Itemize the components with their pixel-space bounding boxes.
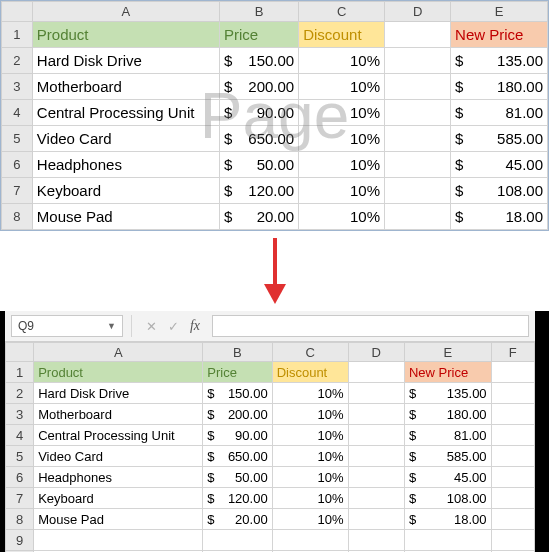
row-header[interactable]: 1 (2, 22, 33, 48)
cell-empty[interactable] (491, 509, 534, 530)
col-header-F[interactable]: F (491, 343, 534, 362)
name-box[interactable]: Q9 ▼ (11, 315, 123, 337)
cell-empty[interactable] (348, 446, 404, 467)
cell-empty[interactable] (491, 404, 534, 425)
cell-empty[interactable] (385, 152, 451, 178)
cell-product[interactable]: Video Card (34, 446, 203, 467)
row-header[interactable]: 7 (6, 488, 34, 509)
col-header-B[interactable]: B (203, 343, 272, 362)
cell-newprice[interactable]: $81.00 (451, 100, 548, 126)
cell-newprice[interactable]: $45.00 (404, 467, 491, 488)
cell-product[interactable]: Keyboard (32, 178, 219, 204)
cell-empty[interactable] (491, 467, 534, 488)
cell-empty[interactable] (385, 126, 451, 152)
cell-empty[interactable] (348, 404, 404, 425)
header-price[interactable]: Price (219, 22, 298, 48)
cell-empty[interactable] (491, 488, 534, 509)
cell-price[interactable]: $650.00 (203, 446, 272, 467)
cell-newprice[interactable]: $585.00 (404, 446, 491, 467)
cell-newprice[interactable]: $180.00 (451, 74, 548, 100)
table-row[interactable]: 2Hard Disk Drive$150.0010%$135.00 (6, 383, 535, 404)
cell-price[interactable]: $90.00 (203, 425, 272, 446)
table-row[interactable]: 1ProductPriceDiscountNew Price (6, 362, 535, 383)
row-header[interactable]: 4 (6, 425, 34, 446)
spreadsheet-bottom[interactable]: A B C D E F 1ProductPriceDiscountNew Pri… (5, 342, 535, 552)
cell-empty[interactable] (348, 509, 404, 530)
row-header[interactable]: 7 (2, 178, 33, 204)
cell-empty[interactable] (348, 530, 404, 551)
table-row[interactable]: 7Keyboard$120.0010%$108.00 (6, 488, 535, 509)
cell-discount[interactable]: 10% (272, 488, 348, 509)
cell-price[interactable]: $120.00 (203, 488, 272, 509)
table-row[interactable]: 8Mouse Pad$20.0010%$18.00 (6, 509, 535, 530)
cell-price[interactable]: $200.00 (203, 404, 272, 425)
cell-price[interactable]: $20.00 (203, 509, 272, 530)
cell-empty[interactable] (348, 362, 404, 383)
cell-discount[interactable]: 10% (272, 509, 348, 530)
cell-empty[interactable] (348, 488, 404, 509)
cell-newprice[interactable]: $135.00 (404, 383, 491, 404)
cell-product[interactable]: Headphones (32, 152, 219, 178)
col-header-D[interactable]: D (385, 2, 451, 22)
select-all-corner[interactable] (6, 343, 34, 362)
table-row[interactable]: 5Video Card$650.0010%$585.00 (6, 446, 535, 467)
cell-newprice[interactable]: $180.00 (404, 404, 491, 425)
cell-product[interactable]: Hard Disk Drive (34, 383, 203, 404)
row-header[interactable]: 4 (2, 100, 33, 126)
cell-empty[interactable] (203, 530, 272, 551)
cell-empty[interactable] (385, 74, 451, 100)
header-newprice[interactable]: New Price (451, 22, 548, 48)
cell-product[interactable]: Video Card (32, 126, 219, 152)
col-header-C[interactable]: C (299, 2, 385, 22)
cell-empty[interactable] (385, 48, 451, 74)
col-header-A[interactable]: A (34, 343, 203, 362)
table-row[interactable]: 1ProductPriceDiscountNew Price (2, 22, 548, 48)
cancel-icon[interactable]: ✕ (140, 315, 162, 337)
col-header-A[interactable]: A (32, 2, 219, 22)
cell-empty[interactable] (385, 178, 451, 204)
cell-empty[interactable] (404, 530, 491, 551)
cell-discount[interactable]: 10% (299, 100, 385, 126)
cell-product[interactable]: Motherboard (34, 404, 203, 425)
select-all-corner[interactable] (2, 2, 33, 22)
table-row[interactable]: 4Central Processing Unit$90.0010%$81.00 (6, 425, 535, 446)
header-product[interactable]: Product (34, 362, 203, 383)
col-header-D[interactable]: D (348, 343, 404, 362)
cell-newprice[interactable]: $108.00 (404, 488, 491, 509)
cell-discount[interactable]: 10% (272, 404, 348, 425)
enter-icon[interactable]: ✓ (162, 315, 184, 337)
row-header[interactable]: 5 (2, 126, 33, 152)
cell-empty[interactable] (491, 446, 534, 467)
formula-input[interactable] (212, 315, 529, 337)
col-header-C[interactable]: C (272, 343, 348, 362)
col-header-B[interactable]: B (219, 2, 298, 22)
column-header-row[interactable]: A B C D E (2, 2, 548, 22)
row-header[interactable]: 8 (2, 204, 33, 230)
row-header[interactable]: 1 (6, 362, 34, 383)
cell-newprice[interactable]: $18.00 (404, 509, 491, 530)
table-row[interactable]: 4Central Processing Unit$90.0010%$81.00 (2, 100, 548, 126)
cell-product[interactable]: Hard Disk Drive (32, 48, 219, 74)
header-price[interactable]: Price (203, 362, 272, 383)
spreadsheet-top[interactable]: A B C D E 1ProductPriceDiscountNew Price… (1, 1, 548, 230)
cell-empty[interactable] (348, 467, 404, 488)
cell-empty[interactable] (385, 22, 451, 48)
header-discount[interactable]: Discount (272, 362, 348, 383)
cell-discount[interactable]: 10% (272, 467, 348, 488)
cell-discount[interactable]: 10% (299, 178, 385, 204)
row-header[interactable]: 2 (2, 48, 33, 74)
cell-price[interactable]: $120.00 (219, 178, 298, 204)
header-product[interactable]: Product (32, 22, 219, 48)
cell-discount[interactable]: 10% (299, 48, 385, 74)
cell-empty[interactable] (491, 425, 534, 446)
cell-price[interactable]: $650.00 (219, 126, 298, 152)
fx-icon[interactable]: fx (184, 315, 206, 337)
table-row[interactable]: 3Motherboard$200.0010%$180.00 (2, 74, 548, 100)
cell-product[interactable]: Motherboard (32, 74, 219, 100)
cell-empty[interactable] (491, 362, 534, 383)
cell-price[interactable]: $50.00 (219, 152, 298, 178)
row-header[interactable]: 3 (2, 74, 33, 100)
cell-empty[interactable] (272, 530, 348, 551)
col-header-E[interactable]: E (404, 343, 491, 362)
cell-newprice[interactable]: $135.00 (451, 48, 548, 74)
